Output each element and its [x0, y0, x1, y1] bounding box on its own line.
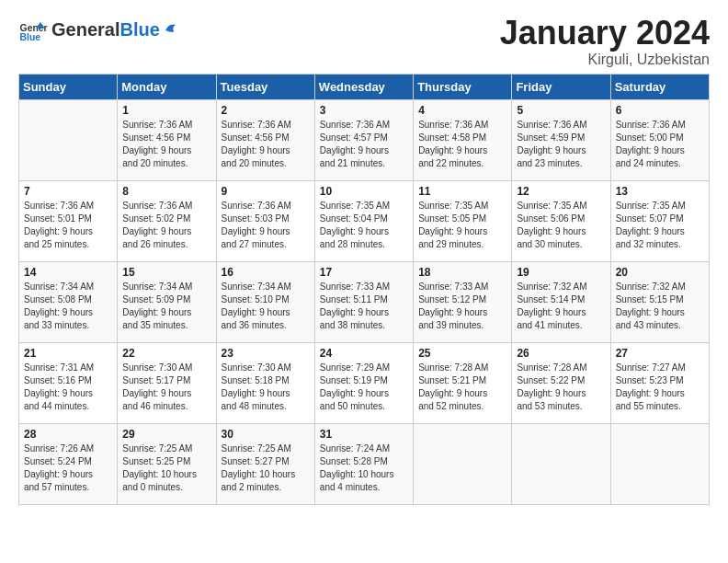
day-number: 9: [222, 185, 310, 198]
calendar-cell: 31Sunrise: 7:24 AM Sunset: 5:28 PM Dayli…: [314, 423, 413, 504]
calendar-week-2: 7Sunrise: 7:36 AM Sunset: 5:01 PM Daylig…: [19, 180, 710, 261]
logo-general: General: [51, 19, 119, 40]
calendar-cell: 29Sunrise: 7:25 AM Sunset: 5:25 PM Dayli…: [118, 423, 216, 504]
calendar-header-row: Sunday Monday Tuesday Wednesday Thursday…: [19, 74, 710, 99]
calendar-cell: 21Sunrise: 7:31 AM Sunset: 5:16 PM Dayli…: [19, 342, 118, 423]
location: Kirguli, Uzbekistan: [500, 52, 710, 68]
day-number: 2: [222, 104, 310, 117]
header-sunday: Sunday: [19, 74, 118, 99]
logo-wordmark: General Blue: [51, 19, 179, 40]
calendar-cell: 18Sunrise: 7:33 AM Sunset: 5:12 PM Dayli…: [414, 261, 512, 342]
calendar-cell: 12Sunrise: 7:35 AM Sunset: 5:06 PM Dayli…: [512, 180, 610, 261]
calendar-week-3: 14Sunrise: 7:34 AM Sunset: 5:08 PM Dayli…: [19, 261, 710, 342]
day-number: 27: [616, 347, 704, 360]
day-info: Sunrise: 7:33 AM Sunset: 5:11 PM Dayligh…: [320, 281, 408, 332]
day-info: Sunrise: 7:26 AM Sunset: 5:24 PM Dayligh…: [24, 442, 112, 494]
day-number: 17: [320, 266, 408, 279]
calendar-cell: [512, 423, 610, 504]
day-info: Sunrise: 7:24 AM Sunset: 5:28 PM Dayligh…: [320, 442, 408, 494]
day-info: Sunrise: 7:34 AM Sunset: 5:10 PM Dayligh…: [222, 281, 310, 332]
calendar-cell: 9Sunrise: 7:36 AM Sunset: 5:03 PM Daylig…: [216, 180, 314, 261]
calendar-cell: 13Sunrise: 7:35 AM Sunset: 5:07 PM Dayli…: [610, 180, 709, 261]
header-friday: Friday: [512, 74, 610, 99]
calendar-cell: 4Sunrise: 7:36 AM Sunset: 4:58 PM Daylig…: [414, 99, 512, 180]
day-number: 1: [122, 104, 210, 117]
day-info: Sunrise: 7:30 AM Sunset: 5:18 PM Dayligh…: [222, 362, 310, 413]
day-number: 5: [517, 104, 605, 117]
day-number: 6: [616, 104, 704, 117]
page-container: General Blue General Blue January 2024 K…: [0, 0, 728, 514]
day-info: Sunrise: 7:28 AM Sunset: 5:21 PM Dayligh…: [418, 362, 506, 413]
header-wednesday: Wednesday: [314, 74, 413, 99]
day-number: 31: [320, 428, 408, 441]
calendar-cell: 1Sunrise: 7:36 AM Sunset: 4:56 PM Daylig…: [118, 99, 216, 180]
day-number: 25: [418, 347, 506, 360]
day-info: Sunrise: 7:27 AM Sunset: 5:23 PM Dayligh…: [616, 362, 704, 413]
calendar-week-4: 21Sunrise: 7:31 AM Sunset: 5:16 PM Dayli…: [19, 342, 710, 423]
day-info: Sunrise: 7:36 AM Sunset: 4:56 PM Dayligh…: [222, 119, 310, 170]
calendar-cell: 11Sunrise: 7:35 AM Sunset: 5:05 PM Dayli…: [414, 180, 512, 261]
header-tuesday: Tuesday: [216, 74, 314, 99]
day-number: 21: [24, 347, 112, 360]
day-info: Sunrise: 7:28 AM Sunset: 5:22 PM Dayligh…: [517, 362, 605, 413]
day-number: 24: [320, 347, 408, 360]
calendar-cell: 7Sunrise: 7:36 AM Sunset: 5:01 PM Daylig…: [19, 180, 118, 261]
day-number: 12: [517, 185, 605, 198]
day-number: 19: [517, 266, 605, 279]
day-number: 10: [320, 185, 408, 198]
logo: General Blue General Blue: [18, 15, 179, 44]
day-number: 28: [24, 428, 112, 441]
day-info: Sunrise: 7:34 AM Sunset: 5:09 PM Dayligh…: [122, 281, 210, 332]
day-info: Sunrise: 7:25 AM Sunset: 5:27 PM Dayligh…: [222, 442, 310, 494]
header-saturday: Saturday: [610, 74, 709, 99]
calendar-cell: 6Sunrise: 7:36 AM Sunset: 5:00 PM Daylig…: [610, 99, 709, 180]
calendar-cell: 8Sunrise: 7:36 AM Sunset: 5:02 PM Daylig…: [118, 180, 216, 261]
header-thursday: Thursday: [414, 74, 512, 99]
day-number: 8: [122, 185, 210, 198]
day-info: Sunrise: 7:30 AM Sunset: 5:17 PM Dayligh…: [122, 362, 210, 413]
calendar-table: Sunday Monday Tuesday Wednesday Thursday…: [18, 74, 710, 505]
day-number: 20: [616, 266, 704, 279]
day-info: Sunrise: 7:33 AM Sunset: 5:12 PM Dayligh…: [418, 281, 506, 332]
calendar-cell: [19, 99, 118, 180]
day-number: 22: [122, 347, 210, 360]
calendar-cell: 5Sunrise: 7:36 AM Sunset: 4:59 PM Daylig…: [512, 99, 610, 180]
calendar-cell: 10Sunrise: 7:35 AM Sunset: 5:04 PM Dayli…: [314, 180, 413, 261]
calendar-week-5: 28Sunrise: 7:26 AM Sunset: 5:24 PM Dayli…: [19, 423, 710, 504]
calendar-cell: [610, 423, 709, 504]
day-number: 3: [320, 104, 408, 117]
svg-text:Blue: Blue: [20, 32, 41, 42]
calendar-cell: 20Sunrise: 7:32 AM Sunset: 5:15 PM Dayli…: [610, 261, 709, 342]
calendar-cell: 26Sunrise: 7:28 AM Sunset: 5:22 PM Dayli…: [512, 342, 610, 423]
calendar-cell: 16Sunrise: 7:34 AM Sunset: 5:10 PM Dayli…: [216, 261, 314, 342]
header: General Blue General Blue January 2024 K…: [18, 15, 710, 68]
day-number: 18: [418, 266, 506, 279]
logo-icon: General Blue: [18, 15, 48, 44]
title-block: January 2024 Kirguli, Uzbekistan: [500, 15, 710, 68]
day-info: Sunrise: 7:29 AM Sunset: 5:19 PM Dayligh…: [320, 362, 408, 413]
calendar-cell: [414, 423, 512, 504]
month-title: January 2024: [500, 15, 710, 52]
day-number: 16: [222, 266, 310, 279]
calendar-cell: 30Sunrise: 7:25 AM Sunset: 5:27 PM Dayli…: [216, 423, 314, 504]
day-number: 4: [418, 104, 506, 117]
calendar-cell: 27Sunrise: 7:27 AM Sunset: 5:23 PM Dayli…: [610, 342, 709, 423]
day-number: 7: [24, 185, 112, 198]
calendar-cell: 3Sunrise: 7:36 AM Sunset: 4:57 PM Daylig…: [314, 99, 413, 180]
calendar-week-1: 1Sunrise: 7:36 AM Sunset: 4:56 PM Daylig…: [19, 99, 710, 180]
day-info: Sunrise: 7:34 AM Sunset: 5:08 PM Dayligh…: [24, 281, 112, 332]
calendar-cell: 15Sunrise: 7:34 AM Sunset: 5:09 PM Dayli…: [118, 261, 216, 342]
logo-bird-icon: [163, 19, 179, 36]
day-info: Sunrise: 7:35 AM Sunset: 5:05 PM Dayligh…: [418, 200, 506, 251]
day-number: 13: [616, 185, 704, 198]
day-info: Sunrise: 7:25 AM Sunset: 5:25 PM Dayligh…: [122, 442, 210, 494]
day-info: Sunrise: 7:36 AM Sunset: 4:57 PM Dayligh…: [320, 119, 408, 170]
day-info: Sunrise: 7:36 AM Sunset: 5:00 PM Dayligh…: [616, 119, 704, 170]
calendar-cell: 17Sunrise: 7:33 AM Sunset: 5:11 PM Dayli…: [314, 261, 413, 342]
day-info: Sunrise: 7:32 AM Sunset: 5:15 PM Dayligh…: [616, 281, 704, 332]
day-number: 29: [122, 428, 210, 441]
calendar-cell: 2Sunrise: 7:36 AM Sunset: 4:56 PM Daylig…: [216, 99, 314, 180]
day-info: Sunrise: 7:32 AM Sunset: 5:14 PM Dayligh…: [517, 281, 605, 332]
day-info: Sunrise: 7:35 AM Sunset: 5:04 PM Dayligh…: [320, 200, 408, 251]
calendar-cell: 25Sunrise: 7:28 AM Sunset: 5:21 PM Dayli…: [414, 342, 512, 423]
